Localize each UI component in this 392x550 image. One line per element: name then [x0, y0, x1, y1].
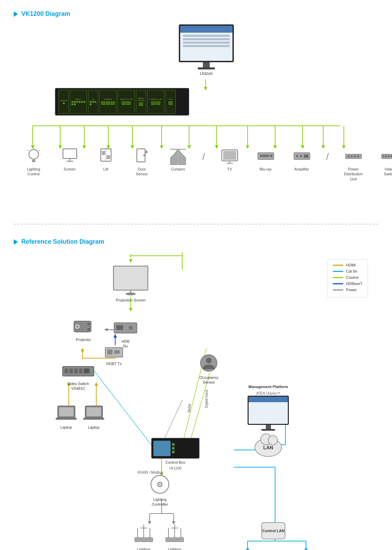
pdu-icon	[345, 148, 362, 165]
unit-ports	[101, 101, 115, 105]
aten-unizon-label: ATEN Unizon™	[256, 391, 280, 396]
laptop2-label: Laptop	[88, 425, 100, 430]
legend-hdbaset: HDBaseT	[333, 282, 362, 286]
amplifier-icon	[293, 148, 311, 165]
unit-lan-port	[151, 101, 155, 105]
control-box-label: Control Box	[165, 460, 185, 465]
digital-input-label: Digital Input	[205, 390, 208, 408]
legend-cat5e-label: Cat 5e	[346, 269, 357, 273]
unizon-container: Unizon	[179, 24, 234, 76]
svg-point-140	[129, 326, 133, 330]
monitor-stand	[203, 62, 210, 67]
reference-title: Reference Solution Diagram	[21, 238, 104, 245]
vk1200-unit-container: POWER RELAY	[55, 88, 189, 116]
svg-marker-94	[104, 328, 108, 331]
legend-control: Control	[333, 275, 362, 279]
bluray-icon	[257, 148, 274, 165]
control-lan-element: Control LAN	[261, 522, 285, 539]
screen-row	[183, 42, 230, 44]
unit-relay-dots	[72, 101, 85, 105]
vk1200-header: VK1200 Diagram	[14, 10, 378, 18]
ref-header-arrow-icon	[14, 239, 18, 245]
svg-point-64	[351, 155, 352, 157]
unit-lan-label: LAN	[169, 98, 172, 100]
reference-diagram: HDMI Cat 5e Control HDBaseT Power	[14, 252, 378, 550]
lighting1-icon	[134, 524, 153, 546]
unit-dot	[84, 101, 85, 103]
unit-lan-ports	[151, 101, 161, 105]
mgmt-screen	[249, 397, 288, 424]
section-separator	[14, 224, 378, 224]
reference-connections-svg	[14, 252, 378, 550]
hdb-rx-element: HDBRx	[113, 321, 138, 349]
management-platform-element: Management Platform ATEN Unizon™	[248, 383, 289, 431]
lighting2-element: Lighting	[165, 524, 184, 550]
svg-line-36	[39, 150, 40, 151]
svg-rect-70	[388, 155, 390, 157]
unizon-label: Unizon	[179, 71, 234, 76]
device-lift: Lift	[93, 148, 119, 172]
lighting2-label: Lighting	[168, 547, 181, 550]
unit-power-section: POWER	[58, 90, 69, 114]
svg-rect-145	[65, 368, 68, 373]
svg-rect-165	[147, 538, 153, 542]
tv-icon	[221, 148, 238, 165]
screen-row	[183, 35, 230, 37]
unit-lan-single-port	[168, 101, 173, 105]
svg-rect-172	[172, 538, 177, 542]
device-lighting-control: LightingControl	[21, 148, 46, 177]
curtains-icon	[170, 148, 187, 165]
svg-text:⚙: ⚙	[156, 480, 163, 489]
legend-box: HDMI Cat 5e Control HDBaseT Power	[327, 259, 368, 298]
legend-power: Power	[333, 288, 362, 292]
svg-point-30	[29, 150, 39, 159]
vk1200-diagram: Unizon POWER RELAY	[14, 24, 378, 203]
hdbt-tx-icon	[105, 347, 123, 360]
control-box-element: Control Box VK1200	[151, 438, 199, 471]
monitor-base	[198, 67, 215, 69]
unizon-screen-content	[180, 26, 232, 61]
laptop2-icon	[83, 405, 105, 424]
legend-cat5e: Cat 5e	[333, 269, 362, 273]
mgmt-stand	[266, 425, 271, 429]
legend-hdbaset-label: HDBaseT	[346, 282, 362, 286]
svg-rect-148	[79, 368, 83, 373]
unit-power-label: POWER	[61, 100, 67, 102]
svg-point-63	[348, 155, 349, 157]
lighting-control-icon	[25, 148, 42, 165]
cb-btn	[172, 447, 175, 450]
legend-hdmi: HDMI	[333, 263, 362, 267]
legend-control-label: Control	[346, 275, 358, 279]
control-box-model: VK1200	[169, 466, 182, 471]
unit-serial2-label: SERIAL RS-232	[120, 98, 132, 100]
svg-rect-52	[223, 151, 236, 160]
occupancy-sensor-icon	[199, 354, 218, 374]
svg-rect-151	[59, 407, 74, 416]
svg-rect-142	[107, 350, 112, 354]
legend-hdbaset-line	[333, 283, 343, 284]
hdb-rx-icon	[113, 321, 138, 338]
separator-slash: /	[201, 148, 206, 165]
legend-control-line	[333, 277, 343, 278]
device-video-switch: VideoSwitch	[377, 148, 392, 177]
lan-text: LAN	[263, 445, 273, 450]
unit-lan-port	[156, 101, 160, 105]
lighting-controller-element: ⚙ LightingController	[150, 474, 170, 507]
svg-marker-122	[304, 549, 308, 550]
cb-btn	[172, 443, 175, 446]
cb-btn	[172, 451, 175, 453]
svg-point-135	[77, 326, 78, 327]
unit-dot	[81, 101, 83, 103]
door-sensor-icon	[133, 148, 151, 165]
unit-serial2-section: SERIAL RS-232	[118, 90, 135, 114]
cb-buttons	[172, 443, 175, 453]
svg-rect-68	[383, 155, 384, 157]
legend-hdmi-label: HDMI	[346, 263, 356, 267]
svg-point-66	[357, 155, 359, 157]
svg-rect-146	[69, 368, 73, 373]
unit-dot	[72, 101, 73, 103]
projection-screen-label: Projection Screen	[116, 298, 146, 302]
svg-rect-152	[56, 418, 77, 420]
device-tv: TV	[217, 148, 242, 172]
hdbt-tx-label: HDBT Tx	[106, 361, 122, 366]
